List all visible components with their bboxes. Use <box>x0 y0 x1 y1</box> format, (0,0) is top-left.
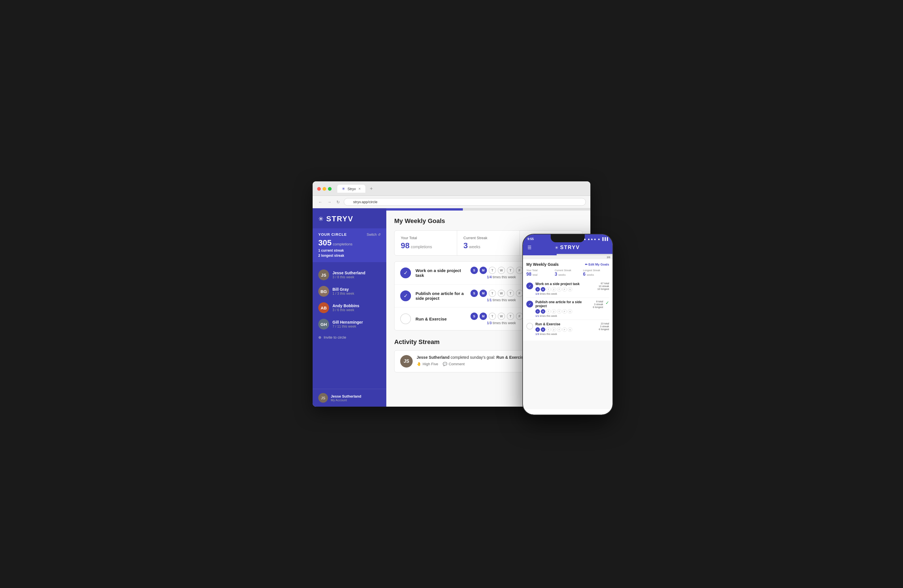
circle-header: YOUR CIRCLE Switch ↺ <box>318 233 381 237</box>
back-button[interactable]: ← <box>317 199 323 205</box>
browser-tab[interactable]: ✳ Stryv ✕ <box>337 185 365 193</box>
phone-day-F-1: F <box>562 309 567 314</box>
sidebar-logo: ✳ STRYV <box>313 208 386 228</box>
tab-close-button[interactable]: ✕ <box>358 187 361 191</box>
completions-display: 305 completions <box>318 238 381 247</box>
phone-day-F-0: F <box>562 287 567 292</box>
browser-toolbar: ← → ↻ 🔒 <box>313 196 590 208</box>
goal-name-0: Work on a side project task <box>415 268 466 278</box>
day-S-0: S <box>470 267 478 274</box>
phone-day-T2-1: T <box>557 309 562 314</box>
day-T2-0: T <box>507 267 514 274</box>
phone-goal-check-2[interactable] <box>526 323 533 330</box>
member-bill[interactable]: BG Bill Gray 1 / 3 this week <box>313 283 386 300</box>
goal-check-2[interactable] <box>400 313 411 324</box>
member-avatar-gill: GH <box>318 319 329 330</box>
day-M-0: M <box>480 267 487 274</box>
goal-check-1[interactable]: ✓ <box>400 291 411 301</box>
phone-freq-1: 1/1 times this week <box>535 314 590 318</box>
phone-goal-body-1: Publish one article for a side project S… <box>535 300 590 318</box>
phone-goal-stats-1: 8 total 3 streak 6 longest <box>593 300 603 308</box>
day-W-0: W <box>498 267 505 274</box>
day-M-1: M <box>480 289 487 297</box>
phone-freq-0: 1/4 times this week <box>535 292 595 295</box>
sidebar: ✳ STRYV YOUR CIRCLE Switch ↺ 305 complet… <box>313 208 386 407</box>
phone-menu-icon[interactable]: ☰ <box>527 245 532 250</box>
footer-avatar: JS <box>318 393 328 402</box>
sidebar-footer[interactable]: JS Jesse Sutherland My Account <box>313 389 386 407</box>
forward-button[interactable]: → <box>326 199 332 205</box>
activity-text-0: Jesse Sutherland completed sunday's goal… <box>417 355 525 360</box>
url-input[interactable] <box>344 198 586 206</box>
phone-day-M-2: M <box>541 327 545 332</box>
member-progress-gill: 7 / 11 this week <box>332 324 363 329</box>
phone-days-0: S M T Z T F S <box>535 287 595 292</box>
phone-screen: 9:55 ▲ ▲▲▲ ▲ ▐▐▐ ☰ ✳ STRYV 3/ <box>523 234 612 415</box>
member-andy[interactable]: AB Andy Bobbins 3 / 6 this week <box>313 300 386 316</box>
activity-content-0: Jesse Sutherland completed sunday's goal… <box>417 355 525 366</box>
stryv-logo-icon: ✳ <box>318 215 323 223</box>
phone-progress-container: 3/8 <box>523 254 612 259</box>
phone-day-Z-0: Z <box>552 287 556 292</box>
phone-notch <box>551 234 585 242</box>
maximize-dot[interactable] <box>328 187 332 191</box>
weekly-goals-title: My Weekly Goals <box>394 217 582 225</box>
phone-progress-label: 3/8 <box>523 255 612 259</box>
member-progress-andy: 3 / 6 this week <box>332 308 359 312</box>
phone-day-T-0: T <box>546 287 551 292</box>
phone-edit-button[interactable]: ✏ Edit My Goals <box>585 263 609 266</box>
progress-bar-fill: 3 / 8 <box>386 208 463 211</box>
phone-day-S2-2: S <box>568 327 572 332</box>
phone-header: ☰ ✳ STRYV <box>523 242 612 254</box>
member-info-gill: Gill Hensminger 7 / 11 this week <box>332 320 363 329</box>
stat-current-label: Current Streak <box>463 236 513 240</box>
phone-weekly-goals: My Weekly Goals ✏ Edit My Goals Your Tot… <box>523 259 612 341</box>
day-W-2: W <box>498 313 505 320</box>
phone-goal-stats-0: 67 total 10 streak 10 longest <box>597 282 609 291</box>
close-dot[interactable] <box>317 187 321 191</box>
phone-goal-1: ✓ Publish one article for a side project… <box>526 298 609 320</box>
minimize-dot[interactable] <box>322 187 326 191</box>
goal-check-0[interactable]: ✓ <box>400 267 411 278</box>
phone-day-S2-1: S <box>568 309 572 314</box>
sidebar-logo-text: STRYV <box>326 214 354 223</box>
phone-content: 3/8 My Weekly Goals ✏ Edit My Goals Your… <box>523 254 612 409</box>
phone-goal-2: Run & Exercise S M T Z T F S <box>526 320 609 338</box>
comment-button[interactable]: 💬 Comment <box>443 362 464 366</box>
reload-button[interactable]: ↻ <box>335 199 341 205</box>
day-S-1: S <box>470 289 478 297</box>
phone-goal-name-2: Run & Exercise <box>535 322 596 326</box>
member-jesse[interactable]: JS Jesse Sutherland 3 / 8 this week <box>313 267 386 283</box>
comment-icon: 💬 <box>443 362 447 366</box>
member-info-jesse: Jesse Sutherland 3 / 8 this week <box>332 270 365 279</box>
phone-days-1: S M T Z T F S <box>535 309 590 314</box>
member-info-andy: Andy Bobbins 3 / 6 this week <box>332 303 359 312</box>
plus-circle-icon: ⊕ <box>318 335 321 340</box>
phone-goal-check-1[interactable]: ✓ <box>526 301 533 307</box>
member-gill[interactable]: GH Gill Hensminger 7 / 11 this week <box>313 316 386 332</box>
phone-goal-stats-2: 23 total 3 streak 6 longest <box>599 322 609 331</box>
progress-bar-container: 3 / 8 <box>386 208 590 211</box>
member-progress-jesse: 3 / 8 this week <box>332 275 365 279</box>
footer-subtitle: My Account <box>331 398 361 402</box>
switch-button[interactable]: Switch ↺ <box>367 233 381 237</box>
tab-title: Stryv <box>348 187 356 191</box>
phone-freq-2: 1/3 times this week <box>535 333 596 335</box>
comment-label: Comment <box>449 362 464 366</box>
browser-dots <box>317 187 332 191</box>
new-tab-button[interactable]: + <box>370 186 373 192</box>
phone-time: 9:55 <box>527 237 534 241</box>
phone-day-F-2: F <box>562 327 567 332</box>
circle-section: YOUR CIRCLE Switch ↺ 305 completions 1 c… <box>313 228 386 262</box>
phone-stats-row: Your Total 98 total Current Streak 3 wee… <box>526 269 609 277</box>
stat-current-streak: Current Streak 3 weeks <box>457 231 520 255</box>
stat-current-value-row: 3 weeks <box>463 241 513 250</box>
invite-button[interactable]: ⊕ Invite to circle <box>313 332 386 342</box>
footer-info: Jesse Sutherland My Account <box>331 394 361 402</box>
phone-overlay: 9:55 ▲ ▲▲▲ ▲ ▐▐▐ ☰ ✳ STRYV 3/ <box>522 234 613 415</box>
high-five-button[interactable]: 🤚 High Five <box>417 362 438 366</box>
phone-goal-check-0[interactable]: ✓ <box>526 283 533 289</box>
stat-current-unit: weeks <box>469 245 480 249</box>
member-name-bill: Bill Gray <box>332 287 354 292</box>
stat-total-unit: completions <box>411 245 432 249</box>
